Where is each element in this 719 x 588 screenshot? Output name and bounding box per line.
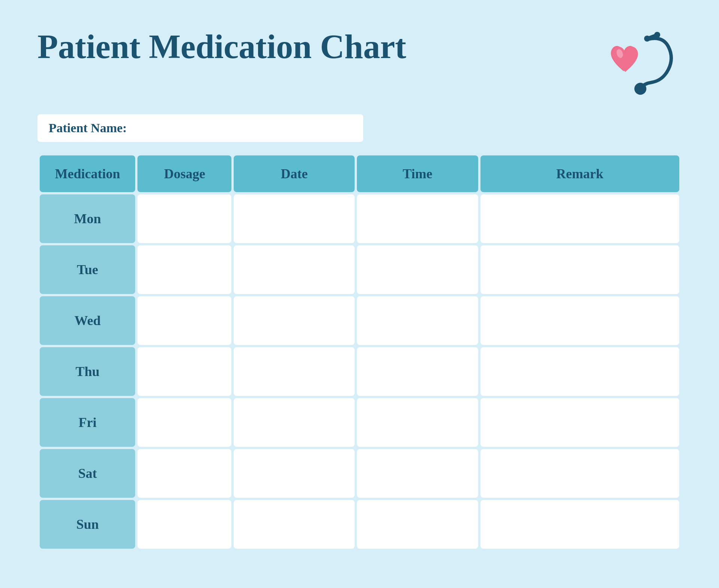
cell-sat-time[interactable] (357, 449, 478, 498)
header-date: Date (234, 155, 355, 192)
cell-sat-date[interactable] (234, 449, 355, 498)
cell-wed-time[interactable] (357, 296, 478, 345)
table-row: Mon (40, 194, 679, 243)
cell-sat-dosage[interactable] (137, 449, 231, 498)
table-row: Tue (40, 245, 679, 294)
page-title: Patient Medication Chart (37, 28, 406, 65)
cell-wed-remark[interactable] (480, 296, 679, 345)
patient-name-label: Patient Name: (49, 121, 127, 135)
page-container: Patient Medication Chart Patient N (19, 13, 700, 575)
cell-thu-dosage[interactable] (137, 347, 231, 396)
cell-tue-remark[interactable] (480, 245, 679, 294)
cell-sun-remark[interactable] (480, 500, 679, 549)
table-row: Thu (40, 347, 679, 396)
header-medication: Medication (40, 155, 135, 192)
cell-thu-date[interactable] (234, 347, 355, 396)
cell-sun-date[interactable] (234, 500, 355, 549)
table-row: Fri (40, 398, 679, 447)
cell-sun-time[interactable] (357, 500, 478, 549)
cell-mon-time[interactable] (357, 194, 478, 243)
table-header-row: Medication Dosage Date Time Remark (40, 155, 679, 192)
cell-mon-remark[interactable] (480, 194, 679, 243)
medical-icon (599, 28, 682, 103)
table-row: Wed (40, 296, 679, 345)
cell-sun-dosage[interactable] (137, 500, 231, 549)
medication-chart-table: Medication Dosage Date Time Remark Mon T… (37, 153, 682, 551)
header-time: Time (357, 155, 478, 192)
header-remark: Remark (480, 155, 679, 192)
cell-mon-date[interactable] (234, 194, 355, 243)
cell-fri-date[interactable] (234, 398, 355, 447)
table-row: Sat (40, 449, 679, 498)
day-thursday: Thu (40, 347, 135, 396)
cell-fri-dosage[interactable] (137, 398, 231, 447)
cell-tue-dosage[interactable] (137, 245, 231, 294)
day-friday: Fri (40, 398, 135, 447)
day-saturday: Sat (40, 449, 135, 498)
svg-point-3 (634, 83, 646, 95)
cell-wed-dosage[interactable] (137, 296, 231, 345)
header-dosage: Dosage (137, 155, 231, 192)
cell-fri-time[interactable] (357, 398, 478, 447)
day-tuesday: Tue (40, 245, 135, 294)
day-wednesday: Wed (40, 296, 135, 345)
cell-thu-remark[interactable] (480, 347, 679, 396)
cell-tue-time[interactable] (357, 245, 478, 294)
cell-tue-date[interactable] (234, 245, 355, 294)
cell-wed-date[interactable] (234, 296, 355, 345)
patient-name-row[interactable]: Patient Name: (37, 114, 363, 142)
cell-fri-remark[interactable] (480, 398, 679, 447)
cell-mon-dosage[interactable] (137, 194, 231, 243)
day-sunday: Sun (40, 500, 135, 549)
header: Patient Medication Chart (37, 28, 682, 103)
cell-thu-time[interactable] (357, 347, 478, 396)
day-monday: Mon (40, 194, 135, 243)
cell-sat-remark[interactable] (480, 449, 679, 498)
table-row: Sun (40, 500, 679, 549)
